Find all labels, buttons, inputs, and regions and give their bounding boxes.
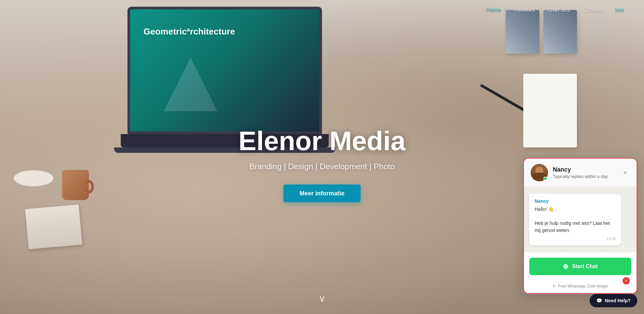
hero-title: Elenor Media	[238, 125, 406, 156]
bubble-line1: Hallo! 👋	[535, 206, 554, 212]
need-help-button[interactable]: 💬 Need Help?	[590, 294, 637, 307]
nav-links: Home Reviews Over ons Contact test	[487, 7, 624, 13]
nav-over-ons[interactable]: Over ons	[548, 7, 570, 13]
chat-close-button[interactable]: ×	[621, 168, 630, 177]
widget-close-badge[interactable]: ×	[623, 277, 630, 285]
chat-footer: ⊕ Start Chat	[524, 252, 637, 280]
chat-header-left: Nancy Typically replies within a day	[531, 164, 608, 181]
chat-message-bubble: Nancy Hallo! 👋 Heb je hulp nodig met iet…	[529, 194, 621, 245]
nav-test[interactable]: test	[615, 7, 624, 13]
widget-footer: × ↻ Free Whatsapp Chat widget	[524, 280, 637, 293]
mug-decoration	[60, 163, 91, 200]
nav-reviews[interactable]: Reviews	[515, 7, 535, 13]
plate-decoration	[13, 170, 54, 187]
navigation: Home Reviews Over ons Contact test	[0, 0, 644, 20]
agent-name: Nancy	[553, 166, 608, 173]
online-indicator	[543, 177, 547, 181]
bubble-time: 14:26	[535, 237, 616, 241]
chat-header: Nancy Typically replies within a day ×	[524, 159, 637, 187]
agent-status: Typically replies within a day	[553, 174, 608, 179]
widget-footer-text: ↻ Free Whatsapp Chat widget	[529, 284, 631, 289]
bubble-sender: Nancy	[535, 198, 616, 204]
refresh-icon: ↻	[553, 284, 556, 289]
whatsapp-icon: ⊕	[563, 262, 569, 270]
need-help-icon: 💬	[596, 298, 602, 303]
agent-info: Nancy Typically replies within a day	[553, 166, 608, 179]
hero-section: Home Reviews Over ons Contact test Eleno…	[0, 0, 644, 314]
free-widget-label: Free Whatsapp Chat widget	[558, 284, 608, 289]
nav-home[interactable]: Home	[487, 7, 501, 13]
chat-widget: Nancy Typically replies within a day × N…	[523, 158, 637, 294]
nav-contact[interactable]: Contact	[583, 7, 602, 13]
bubble-text: Hallo! 👋 Heb je hulp nodig met iets? Laa…	[535, 206, 616, 234]
hero-content: Elenor Media Branding | Design | Develop…	[238, 125, 406, 202]
scroll-arrow[interactable]: ∨	[319, 293, 326, 304]
chat-body: Nancy Hallo! 👋 Heb je hulp nodig met iet…	[524, 187, 637, 252]
need-help-label: Need Help?	[605, 298, 631, 303]
notepad-decoration	[523, 74, 577, 147]
avatar-container	[531, 164, 548, 181]
hero-subtitle: Branding | Design | Development | Photo	[238, 162, 406, 171]
cta-button[interactable]: Meer informatie	[283, 184, 361, 202]
start-chat-label: Start Chat	[572, 263, 597, 269]
bubble-line2: Heb je hulp nodig met iets? Laat het mij…	[535, 221, 610, 233]
book-decoration	[25, 204, 82, 249]
start-chat-button[interactable]: ⊕ Start Chat	[529, 258, 631, 275]
